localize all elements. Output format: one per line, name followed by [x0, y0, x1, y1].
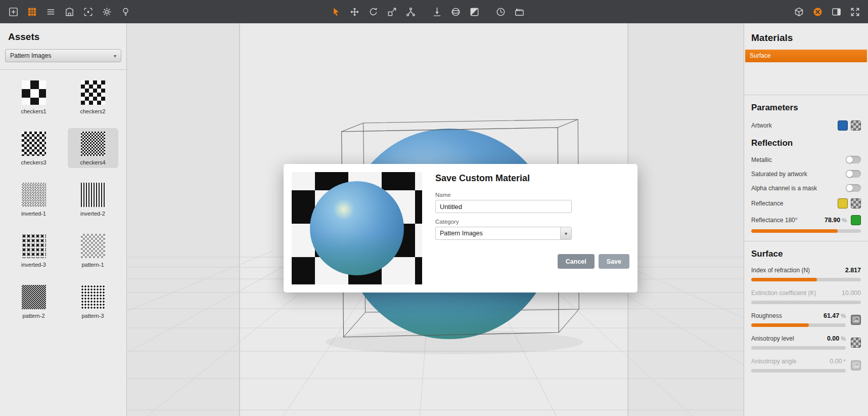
image-swatch[interactable]	[851, 360, 861, 370]
asset-item-pattern-1[interactable]: pattern-1	[68, 230, 118, 270]
fullscreen-icon[interactable]	[848, 5, 862, 19]
toolbar-right-group	[792, 5, 862, 19]
category-label: Category	[435, 219, 629, 225]
asset-item-checkers1[interactable]: checkers1	[9, 77, 59, 117]
main-area: Assets Pattern Images ▾ checkers1checker…	[0, 23, 868, 416]
rotate-icon[interactable]	[367, 5, 381, 19]
asset-item-checkers2[interactable]: checkers2	[68, 77, 118, 117]
asset-label: checkers3	[9, 159, 59, 165]
row-reflectance-180: Reflectance 180°78.90%	[751, 215, 861, 233]
dialog-content: Save Custom Material Name Category Patte…	[435, 172, 629, 284]
asset-label: checkers1	[9, 108, 59, 114]
assets-title: Assets	[8, 31, 118, 43]
scale-icon[interactable]	[385, 5, 399, 19]
section-title-surface: Surface	[751, 249, 861, 259]
property-value: 61.47	[824, 312, 839, 319]
time-icon[interactable]	[494, 5, 508, 19]
asset-thumbnail	[81, 183, 105, 207]
row-reflectance: Reflectance	[751, 198, 861, 209]
clapperboard-icon[interactable]	[513, 5, 527, 19]
category-select[interactable]: Pattern Images ▾	[435, 227, 572, 240]
menu-icon[interactable]	[43, 5, 58, 19]
measure-icon[interactable]	[430, 5, 444, 19]
slider-index-of-refraction-n[interactable]	[751, 278, 861, 281]
row-extinction-coefficient-k: Extinction coefficient (K)10.000	[751, 289, 861, 304]
slider-extinction-coefficient-k[interactable]	[751, 301, 861, 304]
toggle-knob	[846, 185, 853, 191]
preview-sphere	[310, 181, 404, 275]
asset-item-checkers4[interactable]: checkers4	[68, 128, 118, 168]
asset-label: inverted-2	[68, 211, 118, 217]
asset-label: pattern-3	[68, 313, 118, 319]
save-material-dialog: Save Custom Material Name Category Patte…	[284, 164, 637, 293]
name-label: Name	[435, 192, 629, 198]
asset-category-value: Pattern Images	[10, 52, 51, 59]
panel-layout-icon[interactable]	[829, 5, 843, 19]
property-value: 10.000	[842, 289, 861, 297]
material-name-input[interactable]	[435, 200, 572, 213]
asset-label: checkers2	[68, 108, 118, 114]
snapshot-icon[interactable]	[81, 5, 95, 19]
settings-gear-icon[interactable]	[100, 5, 114, 19]
asset-thumbnail	[81, 285, 105, 309]
row-anisotropy-level: Anisotropy level0.00%	[751, 335, 861, 350]
light-icon[interactable]	[118, 5, 132, 19]
asset-item-inverted-1[interactable]: inverted-1	[9, 179, 59, 219]
contrast-icon[interactable]	[468, 5, 482, 19]
slider-anisotropy-angle[interactable]	[751, 369, 846, 372]
slider-roughness[interactable]	[751, 323, 846, 327]
image-swatch[interactable]	[851, 315, 861, 325]
toggle-knob	[846, 171, 853, 177]
property-unit: %	[841, 336, 846, 342]
asset-item-pattern-2[interactable]: pattern-2	[9, 281, 59, 321]
environment-icon[interactable]	[449, 5, 463, 19]
row-alpha-channel-is-a-mask: Alpha channel is a mask	[751, 184, 861, 192]
new-scene-icon[interactable]	[6, 5, 20, 19]
property-value: 78.90	[825, 217, 840, 224]
assets-panel: Assets Pattern Images ▾ checkers1checker…	[0, 23, 127, 416]
property-unit: °	[844, 358, 846, 364]
toggle-alpha-channel-is-a-mask[interactable]	[846, 184, 861, 192]
scene-cube-icon[interactable]	[792, 5, 806, 19]
asset-item-checkers3[interactable]: checkers3	[9, 128, 59, 168]
asset-item-inverted-3[interactable]: inverted-3	[9, 230, 59, 270]
materials-sections: ParametersArtworkReflectionMetallicSatur…	[744, 95, 868, 372]
asset-label: checkers4	[68, 159, 118, 165]
dialog-buttons: Cancel Save	[435, 254, 629, 269]
texture-swatch[interactable]	[851, 120, 861, 131]
materials-editor-icon[interactable]	[810, 5, 825, 19]
toggle-saturated-by-artwork[interactable]	[846, 170, 861, 178]
cancel-button[interactable]: Cancel	[558, 254, 595, 269]
color-swatch[interactable]	[838, 198, 848, 209]
save-button[interactable]: Save	[599, 254, 629, 269]
slider-reflectance-180[interactable]	[751, 229, 861, 233]
asset-item-inverted-2[interactable]: inverted-2	[68, 179, 118, 219]
asset-thumbnail	[81, 132, 105, 156]
color-swatch[interactable]	[851, 215, 861, 225]
toolbar-animation-group	[494, 5, 527, 19]
section-title-reflection: Reflection	[751, 138, 861, 148]
texture-swatch[interactable]	[851, 338, 861, 348]
asset-label: pattern-1	[68, 262, 118, 268]
move-icon[interactable]	[348, 5, 362, 19]
application: Assets Pattern Images ▾ checkers1checker…	[0, 0, 868, 416]
property-label: Alpha channel is a mask	[751, 185, 846, 192]
select-cursor-icon[interactable]	[329, 5, 343, 19]
toggle-metallic[interactable]	[846, 156, 861, 163]
asset-label: pattern-2	[9, 313, 59, 319]
slider-anisotropy-level[interactable]	[751, 346, 846, 350]
material-layer-surface[interactable]: Surface	[745, 50, 867, 62]
section-divider	[744, 95, 868, 95]
asset-category-dropdown[interactable]: Pattern Images ▾	[5, 49, 121, 62]
color-swatch[interactable]	[838, 120, 848, 131]
row-saturated-by-artwork: Saturated by artwork	[751, 170, 861, 178]
texture-swatch[interactable]	[851, 198, 861, 209]
printer-icon[interactable]	[62, 5, 76, 19]
slider-fill	[751, 229, 838, 233]
toolbar	[0, 0, 868, 23]
materials-panel: Materials Surface ParametersArtworkRefle…	[744, 23, 868, 416]
chevron-down-icon[interactable]: ▾	[560, 227, 571, 239]
asset-item-pattern-3[interactable]: pattern-3	[68, 281, 118, 321]
asset-browser-icon[interactable]	[25, 5, 39, 19]
hierarchy-icon[interactable]	[404, 5, 418, 19]
